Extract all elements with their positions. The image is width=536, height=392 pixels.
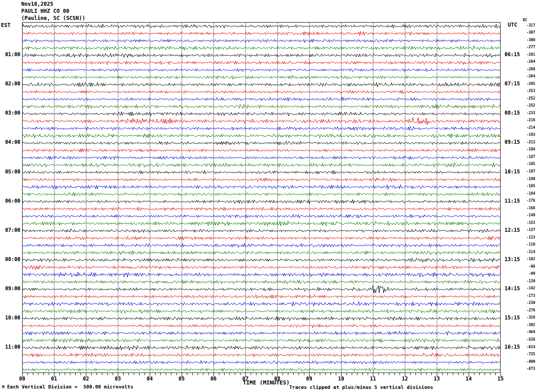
seismogram-trace-row-5 [22, 61, 501, 65]
seismogram-trace-row-23 [22, 192, 501, 196]
seismogram-trace-row-14 [22, 127, 501, 131]
seismogram-trace-row-33 [22, 265, 501, 270]
seismogram-trace-row-6 [22, 69, 501, 72]
seismogram-trace-row-30 [22, 243, 501, 247]
seismogram-trace-row-21 [22, 178, 501, 181]
seismogram-trace-row-41 [22, 324, 501, 328]
seismogram-canvas [0, 0, 536, 392]
seismogram-trace-row-20 [22, 171, 501, 174]
seismogram-trace-row-10 [22, 97, 501, 101]
seismogram-trace-row-46 [22, 361, 501, 365]
seismogram-trace-row-4 [22, 53, 501, 57]
seismogram-trace-row-47 [22, 368, 501, 372]
seismogram-trace-row-35 [22, 280, 501, 284]
seismogram-trace-row-42 [22, 331, 501, 335]
seismogram-trace-row-19 [22, 163, 501, 167]
seismogram-trace-row-3 [22, 46, 501, 50]
seismogram-trace-row-32 [22, 258, 501, 262]
helicorder-page: Nov16,2025 PAULI HHZ CO 00 (Pauline, SC … [0, 0, 536, 392]
seismogram-trace-row-34 [22, 272, 501, 277]
plot-border [23, 23, 501, 373]
seismogram-trace-row-2 [22, 39, 501, 43]
seismogram-trace-row-9 [22, 90, 501, 94]
seismogram-trace-row-29 [22, 236, 501, 240]
seismogram-trace-row-39 [22, 309, 501, 314]
seismogram-trace-row-7 [22, 75, 501, 79]
seismogram-trace-row-1 [22, 31, 501, 35]
seismogram-trace-row-28 [22, 229, 501, 233]
seismogram-trace-row-36 [22, 286, 501, 293]
seismogram-trace-row-11 [22, 104, 501, 109]
seismogram-trace-row-37 [22, 295, 501, 298]
seismogram-trace-row-18 [22, 156, 501, 160]
seismogram-trace-row-16 [22, 141, 501, 145]
seismogram-trace-row-26 [22, 215, 501, 218]
seismogram-trace-row-15 [22, 134, 501, 138]
seismogram-trace-row-31 [22, 250, 501, 254]
seismogram-trace-row-25 [22, 207, 501, 211]
seismogram-trace-row-45 [22, 353, 501, 357]
seismogram-trace-row-38 [22, 302, 501, 306]
seismogram-trace-row-12 [22, 112, 501, 116]
seismogram-trace-row-24 [22, 200, 501, 204]
seismogram-trace-row-22 [22, 184, 501, 189]
seismogram-trace-row-13 [22, 118, 501, 125]
seismogram-trace-row-44 [22, 346, 501, 350]
seismogram-trace-row-40 [22, 316, 501, 321]
seismogram-trace-row-43 [22, 338, 501, 342]
seismogram-trace-row-27 [22, 221, 501, 226]
seismogram-trace-row-17 [22, 149, 501, 153]
seismogram-trace-row-0 [22, 24, 501, 28]
seismogram-trace-row-8 [22, 82, 501, 87]
